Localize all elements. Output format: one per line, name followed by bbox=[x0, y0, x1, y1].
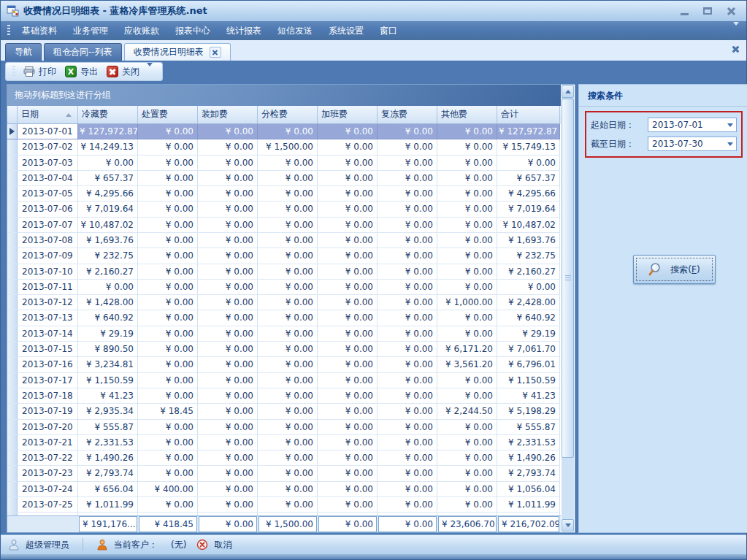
table-row[interactable]: 2013-07-15¥ 890.50¥ 0.00¥ 0.00¥ 0.00¥ 0.… bbox=[7, 342, 561, 357]
chevron-down-icon[interactable] bbox=[724, 123, 736, 127]
table-row[interactable]: 2013-07-07¥ 10,487.02¥ 0.00¥ 0.00¥ 0.00¥… bbox=[7, 218, 561, 233]
amount-cell: ¥ 0.00 bbox=[378, 388, 437, 404]
amount-cell: ¥ 0.00 bbox=[198, 420, 258, 435]
status-bar: 超级管理员 当前客户： (无) 取消 bbox=[1, 534, 746, 554]
amount-cell: ¥ 0.00 bbox=[138, 373, 198, 388]
column-header-6[interactable]: 加班费 bbox=[318, 106, 378, 124]
chevron-down-icon[interactable] bbox=[724, 142, 736, 146]
tab-close-icon[interactable] bbox=[210, 47, 221, 58]
menu-overflow-arrow-icon[interactable] bbox=[733, 26, 739, 36]
amount-cell: ¥ 0.00 bbox=[437, 264, 497, 280]
vertical-scrollbar[interactable] bbox=[562, 85, 574, 532]
amount-cell: ¥ 0.00 bbox=[258, 482, 318, 497]
scrollbar-thumb[interactable] bbox=[562, 99, 574, 458]
tabstrip-close-icon[interactable] bbox=[732, 45, 739, 55]
scroll-down-icon[interactable] bbox=[562, 519, 574, 532]
menu-item-3[interactable]: 应收账款 bbox=[116, 22, 167, 40]
date-cell: 2013-07-18 bbox=[18, 388, 78, 404]
table-row[interactable]: 2013-07-21¥ 2,331.53¥ 0.00¥ 0.00¥ 0.00¥ … bbox=[7, 435, 561, 450]
amount-cell: ¥ 0.00 bbox=[258, 466, 318, 481]
menu-item-4[interactable]: 报表中心 bbox=[167, 22, 218, 40]
menu-item-5[interactable]: 统计报表 bbox=[218, 22, 269, 40]
end-date-combobox[interactable]: 2013-07-30 bbox=[648, 137, 737, 151]
table-row[interactable]: 2013-07-04¥ 657.37¥ 0.00¥ 0.00¥ 0.00¥ 0.… bbox=[7, 171, 561, 186]
toolbar-overflow-arrow-icon[interactable] bbox=[147, 66, 153, 77]
maximize-button[interactable] bbox=[701, 4, 714, 18]
menu-item-6[interactable]: 短信发送 bbox=[269, 22, 321, 40]
table-row[interactable]: 2013-07-24¥ 656.04¥ 400.00¥ 0.00¥ 0.00¥ … bbox=[7, 482, 561, 497]
table-row[interactable]: 2013-07-08¥ 1,693.76¥ 0.00¥ 0.00¥ 0.00¥ … bbox=[7, 233, 561, 248]
grid-group-panel[interactable]: 拖动列标题到这进行分组 bbox=[7, 85, 561, 106]
table-row[interactable]: 2013-07-19¥ 2,935.34¥ 18.45¥ 0.00¥ 0.00¥… bbox=[7, 404, 561, 419]
menu-item-7[interactable]: 系统设置 bbox=[321, 22, 372, 40]
amount-cell: ¥ 0.00 bbox=[318, 280, 378, 295]
amount-cell: ¥ 0.00 bbox=[198, 280, 258, 295]
row-indicator bbox=[7, 295, 18, 310]
cancel-label[interactable]: 取消 bbox=[214, 539, 231, 551]
amount-cell: ¥ 0.00 bbox=[198, 218, 258, 233]
column-header-1[interactable]: 日期 bbox=[18, 106, 78, 124]
table-row[interactable]: 2013-07-25¥ 1,011.99¥ 0.00¥ 0.00¥ 0.00¥ … bbox=[7, 497, 561, 513]
table-row[interactable]: 2013-07-14¥ 29.19¥ 0.00¥ 0.00¥ 0.00¥ 0.0… bbox=[7, 326, 561, 342]
table-row[interactable]: 2013-07-10¥ 2,160.27¥ 0.00¥ 0.00¥ 0.00¥ … bbox=[7, 264, 561, 280]
table-row[interactable]: 2013-07-11¥ 0.00¥ 0.00¥ 0.00¥ 0.00¥ 0.00… bbox=[7, 280, 561, 295]
amount-cell: ¥ 0.00 bbox=[378, 202, 437, 217]
table-row[interactable]: 2013-07-03¥ 0.00¥ 0.00¥ 0.00¥ 0.00¥ 0.00… bbox=[7, 156, 561, 171]
table-row[interactable]: 2013-07-02¥ 14,249.13¥ 0.00¥ 0.00¥ 1,500… bbox=[7, 139, 561, 155]
column-header-8[interactable]: 其他费 bbox=[437, 106, 497, 124]
column-header-5[interactable]: 分检费 bbox=[258, 106, 318, 124]
amount-cell: ¥ 4,295.66 bbox=[78, 186, 138, 202]
table-row[interactable]: 2013-07-09¥ 232.75¥ 0.00¥ 0.00¥ 0.00¥ 0.… bbox=[7, 248, 561, 264]
close-report-button[interactable]: 关闭 bbox=[102, 64, 144, 80]
column-header-2[interactable]: 冷藏费 bbox=[78, 106, 138, 124]
amount-cell: ¥ 127,972.87 bbox=[78, 124, 138, 139]
date-cell: 2013-07-08 bbox=[18, 233, 78, 248]
amount-cell: ¥ 0.00 bbox=[198, 466, 258, 481]
scroll-up-icon[interactable] bbox=[562, 85, 574, 98]
amount-cell: ¥ 0.00 bbox=[437, 248, 497, 264]
table-row[interactable]: 2013-07-23¥ 2,793.74¥ 0.00¥ 0.00¥ 0.00¥ … bbox=[7, 466, 561, 481]
print-button[interactable]: 打印 bbox=[19, 64, 61, 80]
amount-cell: ¥ 400.00 bbox=[138, 482, 198, 497]
table-row[interactable]: 2013-07-12¥ 1,428.00¥ 0.00¥ 0.00¥ 0.00¥ … bbox=[7, 295, 561, 310]
tab-1[interactable]: 导航 bbox=[5, 43, 42, 61]
table-row[interactable]: 2013-07-20¥ 555.87¥ 0.00¥ 0.00¥ 0.00¥ 0.… bbox=[7, 420, 561, 435]
amount-cell: ¥ 6,171.20 bbox=[437, 342, 497, 357]
export-button[interactable]: X 导出 bbox=[61, 64, 102, 80]
amount-cell: ¥ 0.00 bbox=[198, 435, 258, 450]
table-row[interactable]: 2013-07-05¥ 4,295.66¥ 0.00¥ 0.00¥ 0.00¥ … bbox=[7, 186, 561, 202]
amount-cell: ¥ 7,019.64 bbox=[78, 202, 138, 217]
amount-cell: ¥ 0.00 bbox=[198, 357, 258, 372]
amount-cell: ¥ 0.00 bbox=[318, 342, 378, 357]
column-header-9[interactable]: 合计 bbox=[497, 106, 560, 124]
close-button[interactable] bbox=[724, 4, 738, 18]
search-button[interactable]: 搜索(F) bbox=[633, 255, 716, 284]
close-icon bbox=[727, 7, 735, 15]
amount-cell: ¥ 0.00 bbox=[378, 264, 437, 280]
table-row[interactable]: 2013-07-18¥ 41.23¥ 0.00¥ 0.00¥ 0.00¥ 0.0… bbox=[7, 388, 561, 404]
start-date-combobox[interactable]: 2013-07-01 bbox=[648, 118, 737, 132]
column-header-4[interactable]: 装卸费 bbox=[198, 106, 258, 124]
menu-item-1[interactable]: 基础资料 bbox=[14, 22, 65, 40]
table-row[interactable]: 2013-07-17¥ 1,150.59¥ 0.00¥ 0.00¥ 0.00¥ … bbox=[7, 373, 561, 388]
menu-item-8[interactable]: 窗口 bbox=[372, 22, 405, 40]
table-row[interactable]: 2013-07-01¥ 127,972.87¥ 0.00¥ 0.00¥ 0.00… bbox=[7, 124, 561, 139]
minimize-button[interactable] bbox=[678, 4, 691, 18]
amount-cell: ¥ 0.00 bbox=[378, 497, 437, 513]
amount-cell: ¥ 7,019.64 bbox=[497, 202, 560, 217]
column-header-7[interactable]: 复冻费 bbox=[378, 106, 437, 124]
column-header-3[interactable]: 处置费 bbox=[138, 106, 198, 124]
amount-cell: ¥ 0.00 bbox=[318, 233, 378, 248]
grid-rows: 2013-07-01¥ 127,972.87¥ 0.00¥ 0.00¥ 0.00… bbox=[7, 124, 561, 515]
tab-2[interactable]: 租仓合同--列表 bbox=[44, 43, 122, 61]
table-row[interactable]: 2013-07-22¥ 1,490.26¥ 0.00¥ 0.00¥ 0.00¥ … bbox=[7, 450, 561, 466]
cancel-icon[interactable] bbox=[196, 539, 208, 551]
client-label: 当前客户： bbox=[114, 539, 158, 551]
table-row[interactable]: 2013-07-06¥ 7,019.64¥ 0.00¥ 0.00¥ 0.00¥ … bbox=[7, 202, 561, 217]
amount-cell: ¥ 0.00 bbox=[437, 139, 497, 155]
table-row[interactable]: 2013-07-16¥ 3,234.81¥ 0.00¥ 0.00¥ 0.00¥ … bbox=[7, 357, 561, 372]
menu-item-2[interactable]: 业务管理 bbox=[65, 22, 116, 40]
table-row[interactable]: 2013-07-13¥ 640.92¥ 0.00¥ 0.00¥ 0.00¥ 0.… bbox=[7, 310, 561, 326]
tab-3[interactable]: 收费情况日明细表 bbox=[124, 43, 231, 61]
amount-cell: ¥ 15,749.13 bbox=[497, 139, 560, 155]
